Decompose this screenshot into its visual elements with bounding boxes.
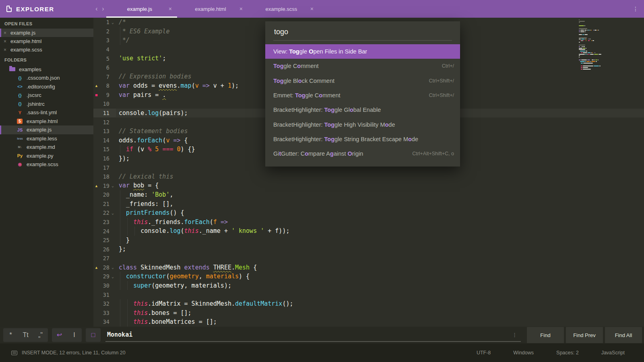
fold-icon[interactable]: ⌄ [109,211,116,215]
code-line-34[interactable]: 34 this.boneMatrices = []; [93,317,644,327]
tab-example.html[interactable]: example.html× [177,0,248,18]
file-example.js[interactable]: JSexample.js [0,125,93,134]
code-line-22[interactable]: 22⌄ printFriends() { [93,208,644,218]
code-line-29[interactable]: 29⌄ constructor(geometry, materials) { [93,272,644,281]
palette-item-6[interactable]: BracketHighlighter: Toggle String Bracke… [265,132,460,146]
token: geometry [169,273,198,280]
file-example.py[interactable]: Pyexample.py [0,152,93,160]
line-number: 14 [99,137,109,144]
file-.sass-lint.yml[interactable]: Y.sass-lint.yml [0,108,93,117]
token: /* [119,19,126,26]
code-line-21[interactable]: 21 _friends: [], [93,200,644,209]
code-line-26[interactable]: 26}; [93,245,644,254]
palette-item-0[interactable]: View: Toggle Open Files in Side Bar [265,44,460,59]
minimap[interactable] [579,19,623,70]
tab-next-icon[interactable]: › [100,5,106,12]
highlight-matches-icon[interactable]: □ [86,328,101,342]
gutter: 33 [93,309,116,318]
gutter: 11 [93,109,116,118]
in-selection-icon[interactable]: I [67,328,82,342]
code-line-24[interactable]: 24 console.log(this._name + ' knows ' + … [93,226,644,236]
close-icon[interactable]: × [167,6,173,12]
file-example.less[interactable]: lessexample.less [0,134,93,143]
code-line-18[interactable]: 18// Lexical this [93,172,644,181]
tab-overflow-icon[interactable]: ⋮ [633,6,644,12]
token: (geometry, materials); [151,282,231,289]
command-palette-input[interactable] [273,27,452,37]
code-line-31[interactable]: 31 [93,290,644,299]
whole-word-icon[interactable]: „" [33,328,48,342]
status-utf-8[interactable]: UTF-8 [477,350,491,356]
close-icon[interactable]: × [4,39,10,44]
file-example.scss[interactable]: ◉example.scss [0,160,93,169]
file-example.md[interactable]: M↓example.md [0,143,93,152]
close-icon[interactable]: × [238,6,244,12]
find-toggle-group: □ [86,328,101,342]
panel-toggle-icon[interactable] [11,351,17,355]
status-spaces-2[interactable]: Spaces: 2 [556,350,579,356]
case-sensitive-icon[interactable]: Tt [18,328,33,342]
status-windows[interactable]: Windows [513,350,534,356]
fold-icon[interactable]: ⌄ [109,265,116,269]
find-menu-icon[interactable]: ⋮ [508,332,521,338]
open-file-example.js[interactable]: ×example.js [0,29,93,37]
palette-item-2[interactable]: Toggle Block CommentCtrl+Shift+/ [265,74,460,88]
file-.jshintrc[interactable]: {}.jshintrc [0,100,93,109]
token: f [213,218,217,226]
warning-marker-icon: ▲ [93,84,99,88]
token: v [195,82,199,89]
code-line-32[interactable]: 32 this.idMatrix = SkinnedMesh.defaultMa… [93,299,644,309]
line-number: 24 [99,228,109,234]
code-line-23[interactable]: 23 this._friends.forEach(f => [93,218,644,227]
open-file-example.html[interactable]: ×example.html [0,37,93,45]
line-number: 4 [99,46,109,53]
close-icon[interactable]: × [4,30,10,36]
status-javascript[interactable]: JavaScript [601,350,625,356]
fold-icon[interactable]: ⌄ [109,20,116,25]
regex-icon[interactable]: * [3,328,18,342]
tab-example.js[interactable]: example.js× [106,0,177,18]
fold-icon[interactable]: ⌄ [109,274,116,279]
close-icon[interactable]: × [4,47,10,53]
folder-examples[interactable]: examples [0,65,93,74]
file-.jscsrc[interactable]: {}.jscsrc [0,91,93,100]
palette-item-3[interactable]: Emmet: Toggle CommentCtrl+Shift+/ [265,88,460,103]
tab-example.scss[interactable]: example.scss× [248,0,319,18]
code-line-20[interactable]: 20 _name: 'Bob', [93,190,644,200]
palette-item-7[interactable]: GitGutter: Compare Against OriginCtrl+Al… [265,146,460,161]
gutter: 20 [93,190,116,200]
code-line-25[interactable]: 25 } [93,236,644,245]
file-.editorconfig[interactable]: <>.editorconfig [0,82,93,91]
wrap-icon[interactable]: ↩ [52,328,67,342]
token: ._friends. [148,218,184,226]
minimap-line [579,37,623,38]
token: { [250,264,257,271]
command-label: Toggle Comment [273,63,319,69]
open-file-example.scss[interactable]: ×example.scss [0,45,93,54]
token: // Expression bodies [119,73,192,80]
file-name: .csscomb.json [27,75,60,81]
file-.csscomb.json[interactable]: {}.csscomb.json [0,74,93,82]
find-button[interactable]: Find [527,327,564,343]
minimap-line [579,46,623,47]
command-shortcut: Ctrl+Shift+/ [424,78,454,84]
gutter: 25 [93,236,116,245]
find-prev-button[interactable]: Find Prev [566,327,603,343]
command-label-segment: mment [322,92,340,99]
code-line-33[interactable]: 33 this.bones = []; [93,309,644,318]
palette-item-5[interactable]: BracketHighlighter: Toggle High Visibili… [265,117,460,132]
gutter: 26 [93,245,116,254]
find-input[interactable] [105,331,508,338]
gutter: ▲19⌄ [93,181,116,190]
code-line-19[interactable]: ▲19⌄var bob = { [93,181,644,190]
file-example.html[interactable]: 5example.html [0,117,93,126]
code-line-27[interactable]: 27 [93,254,644,263]
tab-prev-icon[interactable]: ‹ [93,5,100,12]
code-line-28[interactable]: ▲28⌄class SkinnedMesh extends THREE.Mesh… [93,263,644,272]
close-icon[interactable]: × [309,6,315,12]
find-all-button[interactable]: Find All [605,327,642,343]
code-line-30[interactable]: 30 super(geometry, materials); [93,281,644,290]
palette-item-1[interactable]: Toggle CommentCtrl+/ [265,59,460,73]
fold-icon[interactable]: ⌄ [109,183,116,188]
palette-item-4[interactable]: BracketHighlighter: Toggle Global Enable [265,103,460,117]
